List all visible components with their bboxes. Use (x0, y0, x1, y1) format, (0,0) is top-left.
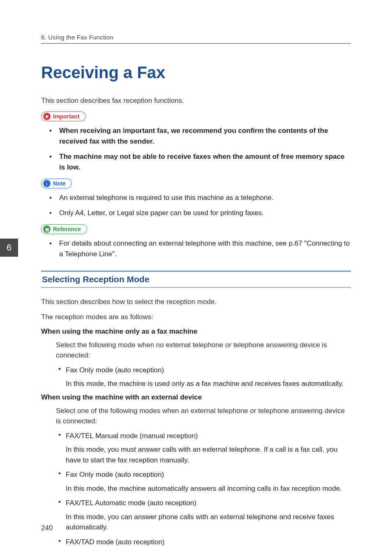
section-intro-2: The reception modes are as follows: (41, 312, 351, 323)
mode-description: In this mode, you must answer calls with… (66, 444, 351, 465)
mode-list: Fax Only mode (auto reception) In this m… (56, 365, 351, 389)
important-label: Important (53, 113, 80, 120)
mode-title: FAX/TAD mode (auto reception) (66, 537, 351, 548)
mode-list: FAX/TEL Manual mode (manual reception) I… (56, 431, 351, 548)
definition-intro: Select one of the following modes when a… (56, 406, 351, 427)
mode-title: Fax Only mode (auto reception) (66, 469, 351, 480)
mode-title: Fax Only mode (auto reception) (66, 365, 351, 376)
note-list: An external telephone is required to use… (41, 193, 351, 218)
list-item: Only A4, Letter, or Legal size paper can… (58, 208, 351, 218)
mode-title: FAX/TEL Automatic mode (auto reception) (66, 498, 351, 508)
list-item: FAX/TAD mode (auto reception) (66, 537, 351, 548)
mode-description: In this mode, the machine is used only a… (66, 378, 351, 389)
page-container: 6. Using the Fax Function Receiving a Fa… (0, 0, 392, 557)
mode-title: FAX/TEL Manual mode (manual reception) (66, 431, 351, 441)
arrow-down-icon (43, 180, 51, 187)
definition-intro: Select the following mode when no extern… (56, 340, 351, 361)
reference-label: Reference (53, 226, 81, 232)
list-item: The machine may not be able to receive f… (58, 151, 351, 173)
note-callout: Note (41, 179, 72, 188)
important-callout: Important (41, 111, 86, 121)
important-list: When receiving an important fax, we reco… (41, 125, 351, 173)
chapter-header: 6. Using the Fax Function (41, 34, 351, 44)
star-icon (43, 113, 51, 120)
definition-title: When using the machine only as a fax mac… (41, 327, 351, 336)
page-number: 240 (41, 524, 53, 532)
list-item: FAX/TEL Manual mode (manual reception) I… (66, 431, 351, 466)
mode-description: In this mode, the machine automatically … (66, 483, 351, 494)
list-item: For details about connecting an external… (58, 238, 351, 260)
list-item: Fax Only mode (auto reception) In this m… (66, 365, 351, 389)
definition-body: Select the following mode when no extern… (41, 340, 351, 389)
definition-title: When using the machine with an external … (41, 393, 351, 402)
intro-paragraph: This section describes fax reception fun… (41, 97, 351, 105)
list-item: When receiving an important fax, we reco… (58, 125, 351, 147)
note-label: Note (53, 180, 66, 187)
reference-callout: Reference (41, 224, 87, 234)
chapter-tab: 6 (0, 239, 18, 257)
mode-description: In this mode, you can answer phone calls… (66, 512, 351, 533)
page-title: Receiving a Fax (41, 63, 351, 82)
definition-body: Select one of the following modes when a… (41, 406, 351, 548)
list-item: Fax Only mode (auto reception) In this m… (66, 469, 351, 494)
reference-list: For details about connecting an external… (41, 238, 351, 260)
section-heading: Selecting Reception Mode (41, 271, 351, 288)
document-icon (43, 225, 51, 233)
list-item: FAX/TEL Automatic mode (auto reception) … (66, 498, 351, 533)
section-intro-1: This section describes how to select the… (41, 297, 351, 307)
list-item: An external telephone is required to use… (58, 193, 351, 203)
